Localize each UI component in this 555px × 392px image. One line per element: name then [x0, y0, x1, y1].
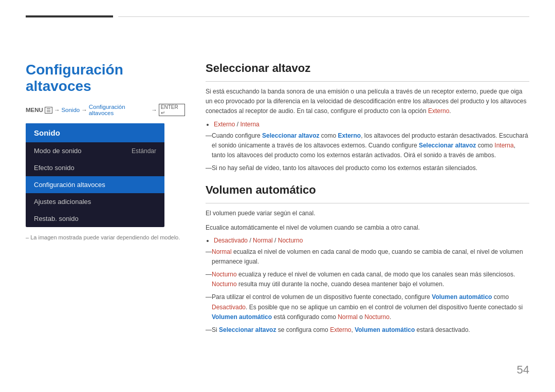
bullet-normal: Normal	[253, 237, 273, 244]
menu-item-config-label: Configuración altavoces	[34, 181, 105, 189]
dash2-nocturno1: Nocturno	[212, 271, 237, 278]
dash2-nocturno2: Nocturno	[212, 281, 237, 288]
highlight-externo: Externo	[428, 107, 449, 115]
dash1-interna: Interna	[494, 142, 513, 149]
thin-line	[118, 16, 529, 17]
section2-line2: Ecualice automáticamente el nivel de vol…	[206, 223, 529, 233]
page-title: Configuración altavoces	[26, 62, 185, 95]
dash4-seleccionar: Seleccionar altavoz	[219, 326, 276, 333]
menu-item-restab-label: Restab. sonido	[34, 215, 79, 222]
breadcrumb-menu: MENU	[26, 107, 43, 113]
dash3-volumen2: Volumen automático	[212, 313, 272, 321]
top-decorative-lines	[26, 15, 529, 17]
breadcrumb-enter: ENTER ↵	[159, 104, 185, 116]
dash4-externo: Externo	[330, 326, 351, 333]
dash3-nocturno: Nocturno	[364, 313, 390, 321]
menu-header: Sonido	[26, 123, 164, 142]
bullet-interna: Interna	[240, 121, 259, 128]
section2-bullet-item: Desactivado / Normal / Nocturno	[214, 237, 529, 244]
section2-dash3: Para utilizar el control de volumen de u…	[206, 292, 529, 322]
section2-dash2: Nocturno ecualiza y reduce el nivel de v…	[206, 270, 529, 289]
breadcrumb-arrow2: →	[81, 107, 87, 113]
bullet-nocturno: Nocturno	[278, 237, 303, 244]
section2-dash4: Si Seleccionar altavoz se configura como…	[206, 325, 529, 335]
bullet-desactivado: Desactivado	[214, 237, 248, 244]
dash1-externo: Externo	[338, 132, 361, 139]
section2-line1: El volumen puede variar según el canal.	[206, 209, 529, 218]
breadcrumb-arrow3: →	[151, 107, 157, 113]
menu-item-modo-label: Modo de sonido	[34, 147, 82, 155]
section2-dash1: Normal ecualiza el nivel de volumen en c…	[206, 247, 529, 267]
section2-divider	[206, 203, 529, 203]
section2-title: Volumen automático	[206, 183, 529, 197]
section1-title: Seleccionar altavoz	[206, 62, 529, 75]
section1-dash2: Si no hay señal de vídeo, tanto los alta…	[206, 163, 529, 173]
menu-item-efecto-label: Efecto sonido	[34, 164, 75, 172]
left-column: Configuración altavoces MENU ☰ → Sonido …	[26, 62, 185, 366]
menu-item-config[interactable]: Configuración altavoces	[26, 176, 164, 193]
section1-bullet-list: Externo / Interna	[214, 121, 529, 128]
menu-item-restab[interactable]: Restab. sonido	[26, 210, 164, 227]
dash1-seleccionar: Seleccionar altavoz	[262, 132, 319, 139]
menu-item-ajustes-label: Ajustes adicionales	[34, 198, 91, 206]
section2-bullet-list: Desactivado / Normal / Nocturno	[214, 237, 529, 244]
dash3-desactivado: Desactivado	[212, 304, 246, 311]
dash1-seleccionar2: Seleccionar altavoz	[419, 142, 476, 149]
breadcrumb: MENU ☰ → Sonido → Configuración altavoce…	[26, 104, 185, 116]
menu-item-modo-value: Estándar	[132, 147, 156, 155]
page-number: 54	[517, 363, 529, 377]
menu-item-modo[interactable]: Modo de sonido Estándar	[26, 142, 164, 159]
menu-item-efecto[interactable]: Efecto sonido	[26, 159, 164, 176]
menu-item-ajustes[interactable]: Ajustes adicionales	[26, 193, 164, 210]
breadcrumb-sonido: Sonido	[61, 107, 80, 113]
right-column: Seleccionar altavoz Si está escuchando l…	[206, 62, 529, 366]
dash1-normal: Normal	[212, 248, 232, 255]
section1-divider	[206, 81, 529, 82]
breadcrumb-arrow1: →	[54, 107, 60, 113]
section1-intro: Si está escuchando la banda sonora de un…	[206, 87, 529, 117]
section1-bullet-item: Externo / Interna	[214, 121, 529, 128]
dash3-normal: Normal	[338, 313, 358, 321]
dash4-volumen: Volumen automático	[355, 326, 415, 333]
menu-panel: Sonido Modo de sonido Estándar Efecto so…	[26, 123, 164, 227]
dash3-volumen: Volumen automático	[432, 293, 492, 301]
bullet-externo: Externo	[214, 121, 235, 128]
breadcrumb-menu-icon: ☰	[45, 107, 52, 114]
thick-line	[26, 15, 113, 17]
section2: Volumen automático El volumen puede vari…	[206, 183, 529, 335]
breadcrumb-config: Configuración altavoces	[89, 104, 150, 116]
menu-note: – La imagen mostrada puede variar depend…	[26, 234, 185, 240]
section1-dash1: Cuando configure Seleccionar altavoz com…	[206, 131, 529, 161]
